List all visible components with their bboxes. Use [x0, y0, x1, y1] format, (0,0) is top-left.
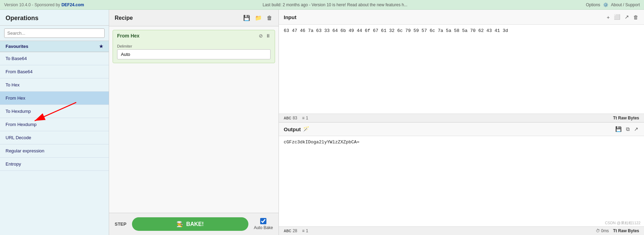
input-raw-bytes-button[interactable]: Tt Raw Bytes	[613, 116, 639, 120]
auto-bake-label: Auto Bake	[254, 225, 273, 230]
banner-center: Last build: 2 months ago - Version 10 is…	[263, 2, 407, 7]
delimiter-input[interactable]	[117, 49, 271, 59]
abc-icon: ABC	[284, 116, 291, 120]
output-line-stat: ≡ 1	[302, 228, 308, 233]
output-char-count: 28	[293, 228, 297, 233]
input-footer: ABC 83 ≡ 1 Tt Raw Bytes	[279, 114, 644, 122]
io-panel: Input + ⬜ ↗ 🗑 63 47 46 7a 63 33 64 6b 49…	[279, 10, 644, 235]
recipe-footer: STEP 👨‍🍳 BAKE! Auto Bake	[109, 213, 279, 235]
recipe-panel: Recipe 💾 📁 🗑 From Hex ⊘ ⏸ Delimiter	[109, 10, 279, 235]
clock-icon: ⏱	[596, 228, 600, 233]
output-content: cGFzc3dkIDoga2lyYWlzZXZpbCA=	[279, 136, 644, 220]
load-recipe-button[interactable]: 📁	[254, 14, 263, 22]
recipe-step-title: From Hex	[117, 33, 140, 39]
abc-icon-output: ABC	[284, 229, 291, 233]
add-input-button[interactable]: +	[606, 14, 610, 21]
save-recipe-button[interactable]: 💾	[242, 14, 251, 22]
search-input[interactable]	[4, 28, 105, 38]
output-header: Output 🪄 💾 ⧉ ↗	[279, 123, 644, 136]
recipe-step-controls: ⊘ ⏸	[259, 33, 271, 39]
options-link[interactable]: Options	[586, 2, 600, 7]
recipe-content: From Hex ⊘ ⏸ Delimiter	[109, 26, 279, 213]
input-char-stat: ABC 83	[284, 116, 297, 120]
lines-icon-output: ≡	[302, 228, 305, 233]
lines-icon: ≡	[302, 116, 305, 120]
op-item-from-base64[interactable]: From Base64	[0, 65, 109, 78]
input-header: Input + ⬜ ↗ 🗑	[279, 10, 644, 25]
time-value: 0ms	[601, 228, 609, 233]
op-item-from-hexdump[interactable]: From Hexdump	[0, 118, 109, 131]
time-stat: ⏱ 0ms	[596, 228, 609, 233]
expand-input-button[interactable]: ⬜	[613, 13, 621, 21]
output-footer: ABC 28 ≡ 1 ⏱ 0ms Tt Raw Bytes	[279, 226, 644, 235]
top-banner: Version 10.4.0 - Sponsored by DEF24.com …	[0, 0, 644, 10]
disable-step-button[interactable]: ⊘	[259, 33, 263, 39]
op-item-regex[interactable]: Regular expression	[0, 144, 109, 158]
output-char-stat: ABC 28	[284, 228, 297, 233]
input-raw-bytes-label: Raw Bytes	[618, 116, 639, 120]
input-section: Input + ⬜ ↗ 🗑 63 47 46 7a 63 33 64 6b 49…	[279, 10, 644, 123]
banner-right: Options ⚙️ About / Support	[586, 2, 640, 7]
raw-bytes-icon-output: Tt	[613, 228, 617, 233]
input-stats: ABC 83 ≡ 1	[284, 116, 308, 120]
operations-list: To Base64 From Base64 To Hex From Hex To…	[0, 52, 109, 235]
output-title-text: Output	[284, 126, 301, 132]
input-content[interactable]: 63 47 46 7a 63 33 64 6b 49 44 6f 67 61 3…	[279, 25, 644, 114]
output-line-count: 1	[306, 228, 308, 233]
favourites-label: Favourites	[6, 44, 28, 49]
output-icons: 💾 ⧉ ↗	[615, 125, 639, 133]
search-box	[0, 26, 109, 41]
recipe-step-body: Delimiter	[113, 41, 275, 63]
input-header-icons: + ⬜ ↗ 🗑	[606, 13, 639, 21]
output-section: Output 🪄 💾 ⧉ ↗ cGFzc3dkIDoga2lyYWlzZXZpb…	[279, 123, 644, 235]
step-label: STEP	[115, 221, 126, 227]
about-link[interactable]: About / Support	[611, 2, 640, 7]
output-stats: ABC 28 ≡ 1	[284, 228, 308, 233]
recipe-step-from-hex: From Hex ⊘ ⏸ Delimiter	[113, 30, 275, 63]
bake-label: BAKE!	[186, 221, 204, 227]
input-char-count: 83	[293, 116, 297, 120]
input-line-stat: ≡ 1	[302, 116, 308, 120]
output-right-stats: ⏱ 0ms Tt Raw Bytes	[596, 228, 639, 233]
recipe-step-header: From Hex ⊘ ⏸	[113, 30, 275, 41]
pause-step-button[interactable]: ⏸	[266, 33, 271, 39]
recipe-icons: 💾 📁 🗑	[242, 14, 273, 22]
version-text: Version 10.4.0 - Sponsored by	[4, 2, 60, 7]
star-icon[interactable]: ★	[99, 44, 103, 49]
main-container: Operations Favourites ★ To Base64 From B…	[0, 10, 644, 235]
clear-recipe-button[interactable]: 🗑	[266, 14, 273, 22]
chef-icon: 👨‍🍳	[176, 221, 183, 227]
export-output-button[interactable]: ↗	[633, 125, 639, 133]
banner-left: Version 10.4.0 - Sponsored by DEF24.com	[4, 2, 84, 7]
op-item-to-base64[interactable]: To Base64	[0, 52, 109, 65]
operations-title: Operations	[0, 10, 109, 26]
favourites-header: Favourites ★	[0, 41, 109, 52]
op-item-to-hex[interactable]: To Hex	[0, 78, 109, 92]
op-item-to-hexdump[interactable]: To Hexdump	[0, 105, 109, 118]
magic-wand-icon[interactable]: 🪄	[303, 126, 309, 132]
raw-bytes-icon: Tt	[613, 116, 617, 120]
delimiter-label: Delimiter	[117, 44, 271, 48]
auto-bake-checkbox[interactable]	[260, 218, 266, 224]
input-title: Input	[284, 14, 297, 20]
recipe-header: Recipe 💾 📁 🗑	[109, 10, 279, 26]
export-input-button[interactable]: ↗	[624, 13, 630, 21]
watermark: CSDN @果粒程1122	[279, 220, 644, 226]
bake-button[interactable]: 👨‍🍳 BAKE!	[132, 217, 248, 231]
input-line-count: 1	[306, 116, 308, 120]
output-raw-bytes-label: Raw Bytes	[618, 228, 639, 233]
sponsor-link[interactable]: DEF24.com	[61, 2, 84, 7]
save-output-button[interactable]: 💾	[615, 125, 623, 133]
output-title: Output 🪄	[284, 126, 309, 132]
op-item-url-decode[interactable]: URL Decode	[0, 131, 109, 144]
clear-input-button[interactable]: 🗑	[633, 14, 639, 21]
operations-sidebar: Operations Favourites ★ To Base64 From B…	[0, 10, 109, 235]
output-raw-bytes-button[interactable]: Tt Raw Bytes	[613, 228, 639, 233]
recipe-title: Recipe	[115, 15, 133, 21]
copy-output-button[interactable]: ⧉	[625, 125, 630, 133]
op-item-entropy[interactable]: Entropy	[0, 158, 109, 171]
op-item-from-hex[interactable]: From Hex	[0, 92, 109, 105]
auto-bake-container: Auto Bake	[254, 218, 273, 230]
